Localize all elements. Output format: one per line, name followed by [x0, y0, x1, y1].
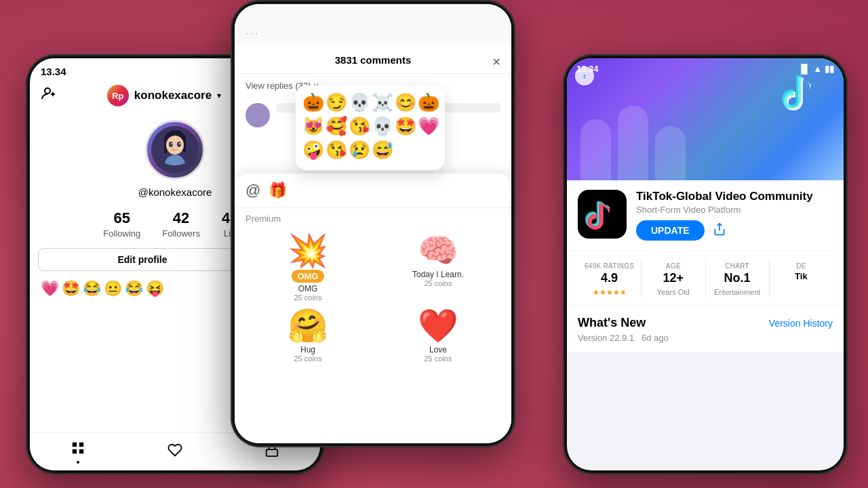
nav-grid-icon[interactable]	[71, 441, 85, 464]
followers-count: 42	[162, 209, 200, 227]
svg-rect-20	[79, 442, 83, 446]
right-phone: 13.34 ▐▌ ▲ ▮▮ ‹	[563, 54, 848, 474]
premium-label: Premium	[235, 208, 511, 226]
partial-text: · · ·	[245, 28, 258, 38]
sticker-today[interactable]: 🧠 Today I Learn. 25 coins	[376, 232, 500, 302]
omg-label: OMG	[292, 270, 323, 283]
following-count: 65	[103, 209, 140, 227]
ig-followers-stat[interactable]: 42 Followers	[162, 209, 200, 239]
badge-initials: Rp	[112, 91, 123, 101]
emoji-love[interactable]: 🥰	[326, 116, 347, 137]
emoji-grin[interactable]: 😅	[372, 140, 393, 161]
battery-icon-right: ▮▮	[825, 64, 834, 74]
svg-point-0	[45, 88, 50, 94]
stars-rating: ★★★★★	[593, 288, 627, 296]
app-subtitle: Short-Form Video Platform	[636, 205, 833, 215]
emoji-kiss2[interactable]: 😘	[326, 140, 347, 161]
emoji-1: 💗	[41, 280, 59, 298]
omg-sticker-image: 💥	[245, 232, 370, 270]
chart-sub: Entertainment	[714, 288, 760, 296]
dev-value: Tik	[770, 271, 833, 281]
emoji-cat-heart[interactable]: 😻	[302, 116, 324, 137]
emoji-heart2[interactable]: 💗	[418, 116, 439, 137]
sticker-grid: 💥 OMG OMG 25 coins 🧠 Today I Learn. 25 c…	[235, 226, 511, 368]
emoji-skull2[interactable]: ☠️	[372, 92, 393, 113]
age-sub: Years Old	[657, 288, 690, 296]
emoji-pumpkin[interactable]: 🎃	[302, 92, 324, 113]
svg-point-16	[177, 142, 181, 147]
middle-phone-screen: · · · 3831 comments × View replies (32) …	[235, 4, 511, 443]
sticker-actions: @ 🎁	[245, 182, 287, 199]
emoji-zany[interactable]: 🤪	[302, 140, 324, 161]
following-label: Following	[103, 228, 140, 239]
svg-point-14	[166, 136, 184, 155]
close-button[interactable]: ×	[492, 54, 500, 70]
ig-following-stat[interactable]: 65 Following	[103, 209, 140, 239]
today-sticker-image: 🧠	[376, 232, 500, 270]
emoji-2: 🤩	[62, 280, 80, 298]
svg-rect-22	[79, 449, 83, 453]
emoji-happy[interactable]: 😊	[395, 92, 416, 113]
hug-sticker-image: 🤗	[245, 307, 370, 345]
update-button[interactable]: UPDATE	[636, 220, 705, 241]
sticker-love[interactable]: ❤️ Love 25 coins	[376, 307, 500, 363]
comments-title: 3831 comments	[335, 54, 412, 66]
comments-header: 3831 comments ×	[235, 45, 511, 74]
sticker-hug[interactable]: 🤗 Hug 25 coins	[245, 307, 370, 363]
dropdown-icon[interactable]: ▾	[217, 91, 221, 100]
age-label: AGE	[666, 262, 681, 270]
figure-3	[655, 126, 686, 180]
emoji-kiss[interactable]: 😘	[349, 116, 370, 137]
age-value: 12+	[642, 271, 705, 285]
figure-2	[618, 106, 648, 180]
app-banner: 13.34 ▐▌ ▲ ▮▮ ‹	[567, 58, 844, 180]
at-icon[interactable]: @	[245, 182, 260, 199]
share-icon[interactable]	[713, 222, 726, 239]
whats-new-section: What's New Version History Version 22.9.…	[567, 306, 844, 352]
comment-avatar	[245, 103, 270, 127]
edit-profile-button[interactable]: Edit profile	[38, 248, 247, 271]
svg-rect-23	[266, 449, 277, 456]
dev-label: DE	[796, 262, 806, 270]
emoji-skull1[interactable]: 💀	[349, 92, 370, 113]
sticker-omg[interactable]: 💥 OMG OMG 25 coins	[245, 232, 370, 302]
ig-username[interactable]: konokexacore	[134, 89, 212, 102]
version-time-ago: 6d ago	[642, 333, 669, 343]
emoji-sad[interactable]: 😢	[349, 140, 370, 161]
emoji-pumpkin2[interactable]: 🎃	[418, 92, 439, 113]
hug-name: Hug	[245, 345, 370, 354]
svg-rect-19	[73, 442, 77, 446]
svg-point-18	[179, 143, 180, 144]
profile-picture[interactable]	[145, 120, 205, 180]
emoji-5: 😂	[125, 280, 143, 298]
nav-heart-icon[interactable]	[167, 443, 182, 462]
emoji-row-1: 🎃 😏 💀 ☠️ 😊 🎃	[302, 92, 438, 113]
chart-label: CHART	[725, 262, 749, 270]
rp-badge[interactable]: Rp	[107, 85, 129, 106]
omg-name: OMG	[245, 284, 370, 293]
love-name: Love	[376, 345, 500, 354]
chart-stat: CHART No.1 Entertainment	[706, 259, 770, 298]
version-history-link[interactable]: Version History	[769, 318, 833, 329]
emoji-star-eyes[interactable]: 🤩	[395, 116, 416, 137]
back-button[interactable]: ‹	[575, 66, 594, 85]
app-details: TikTok-Global Video Community Short-Form…	[636, 190, 833, 241]
emoji-smirk[interactable]: 😏	[326, 92, 347, 113]
tiktok-logo-icon	[776, 72, 823, 129]
version-info: Version 22.9.1 6d ago	[578, 333, 833, 343]
svg-rect-21	[73, 449, 77, 453]
sticker-panel-header: @ 🎁	[235, 174, 511, 208]
version-number: Version 22.9.1	[578, 333, 634, 343]
gift-icon[interactable]: 🎁	[269, 182, 287, 199]
whats-new-header: What's New Version History	[578, 316, 833, 330]
love-sticker-image: ❤️	[376, 307, 500, 345]
app-actions: UPDATE	[636, 220, 833, 241]
emoji-6: 😝	[146, 280, 164, 298]
developer-stat: DE Tik	[770, 259, 833, 298]
app-stats-row: 649K RATINGS 4.9 ★★★★★ AGE 12+ Years Old…	[567, 251, 844, 306]
add-user-icon[interactable]	[41, 85, 57, 106]
middle-phone: · · · 3831 comments × View replies (32) …	[231, 0, 515, 447]
svg-point-17	[171, 143, 172, 144]
emoji-skull3[interactable]: 💀	[372, 116, 393, 137]
emoji-panel: 🎃 😏 💀 ☠️ 😊 🎃 😻 🥰 😘 💀 🤩 💗 🤪 😘 😢 😅	[296, 85, 445, 170]
